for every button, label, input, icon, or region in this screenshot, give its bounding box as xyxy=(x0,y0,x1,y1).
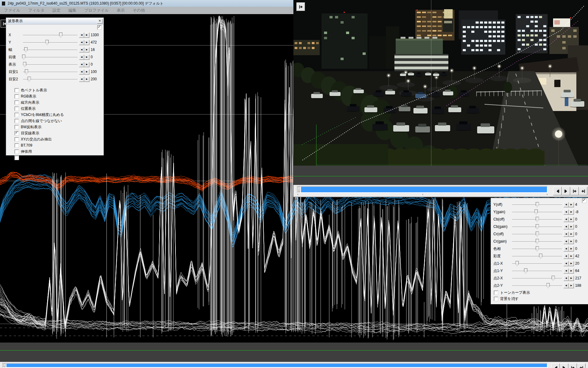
slider-thumb[interactable] xyxy=(59,33,62,38)
spin-up-button[interactable]: ▶ xyxy=(84,40,89,45)
slider-track[interactable] xyxy=(23,69,77,75)
menu-item-3[interactable]: 編集 xyxy=(64,8,80,13)
spin-up-button[interactable]: ▶ xyxy=(569,217,574,222)
spin-down-button[interactable]: ◀ xyxy=(79,62,84,67)
slider-track[interactable] xyxy=(512,217,562,222)
spin-up-button[interactable]: ▶ xyxy=(569,239,574,244)
step-forward-button[interactable] xyxy=(560,363,568,368)
spin-up-button[interactable]: ▶ xyxy=(569,246,574,251)
spin-down-button[interactable]: ◀ xyxy=(564,217,569,222)
dialog-titlebar[interactable]: 波形表示 ✕ xyxy=(6,18,104,25)
spin-up-button[interactable]: ▶ xyxy=(569,268,574,274)
checkbox[interactable]: ✓ xyxy=(15,144,19,148)
slider-thumb[interactable] xyxy=(28,77,31,82)
step-back-button[interactable] xyxy=(551,363,560,368)
menu-item-0[interactable]: ファイル xyxy=(0,8,24,13)
spin-up-button[interactable]: ▶ xyxy=(569,224,574,229)
slider-track[interactable] xyxy=(512,239,562,244)
slider-thumb[interactable] xyxy=(536,246,539,252)
menu-item-6[interactable]: その他 xyxy=(129,8,149,13)
slider-thumb[interactable] xyxy=(536,224,539,230)
spin-down-button[interactable]: ◀ xyxy=(564,224,569,229)
jump-end-button[interactable] xyxy=(579,187,587,195)
checkbox[interactable]: ✓ xyxy=(15,88,19,92)
checkbox[interactable]: ✓ xyxy=(15,94,19,98)
spin-up-button[interactable]: ▶ xyxy=(569,209,574,215)
slider-thumb[interactable] xyxy=(534,209,538,215)
spin-down-button[interactable]: ◀ xyxy=(564,232,569,237)
slider-track[interactable] xyxy=(512,246,562,252)
menu-item-1[interactable]: フィルタ xyxy=(24,8,48,13)
step-forward-button[interactable] xyxy=(562,187,570,195)
slider-track[interactable] xyxy=(23,47,77,53)
slider-track[interactable] xyxy=(512,231,562,237)
slider-thumb[interactable] xyxy=(539,254,542,259)
slider-thumb[interactable] xyxy=(515,261,519,266)
menu-item-2[interactable]: 設定 xyxy=(48,8,64,13)
spin-down-button[interactable]: ◀ xyxy=(564,261,569,266)
frame-position-trackbar[interactable] xyxy=(2,363,548,368)
spin-up-button[interactable]: ▶ xyxy=(569,283,574,288)
trackbar-thumb[interactable] xyxy=(3,364,6,367)
checkbox[interactable]: ✓ xyxy=(15,119,19,123)
spin-down-button[interactable]: ◀ xyxy=(564,209,569,215)
spin-down-button[interactable]: ◀ xyxy=(564,202,569,207)
spin-up-button[interactable]: ▶ xyxy=(569,232,574,237)
slider-track[interactable] xyxy=(512,261,562,266)
slider-track[interactable] xyxy=(23,76,77,82)
checkbox[interactable]: ✓ xyxy=(15,101,19,105)
spin-up-button[interactable]: ▶ xyxy=(569,254,574,259)
spin-up-button[interactable]: ▶ xyxy=(84,33,89,38)
spin-down-button[interactable]: ◀ xyxy=(564,254,569,259)
checkbox[interactable]: ✓ xyxy=(15,137,19,141)
spin-down-button[interactable]: ◀ xyxy=(79,47,84,52)
jump-start-button[interactable] xyxy=(568,363,577,368)
spin-up-button[interactable]: ▶ xyxy=(569,276,574,281)
slider-thumb[interactable] xyxy=(23,62,26,67)
slider-thumb[interactable] xyxy=(22,55,25,60)
spin-down-button[interactable]: ◀ xyxy=(564,246,569,251)
slider-track[interactable] xyxy=(23,40,77,45)
spin-down-button[interactable]: ◀ xyxy=(79,55,84,60)
slider-thumb[interactable] xyxy=(536,217,539,222)
spin-down-button[interactable]: ◀ xyxy=(79,69,84,75)
slider-thumb[interactable] xyxy=(536,232,539,237)
spin-down-button[interactable]: ◀ xyxy=(564,268,569,274)
video-position-trackbar[interactable] xyxy=(297,186,548,193)
slider-track[interactable] xyxy=(23,54,77,60)
spin-down-button[interactable]: ◀ xyxy=(79,33,84,38)
spin-down-button[interactable]: ◀ xyxy=(564,283,569,288)
spin-up-button[interactable]: ▶ xyxy=(84,47,89,52)
slider-track[interactable] xyxy=(512,202,562,208)
spin-up-button[interactable]: ▶ xyxy=(84,62,89,67)
trackbar-thumb[interactable] xyxy=(298,187,300,192)
slider-thumb[interactable] xyxy=(546,283,550,289)
close-icon[interactable]: ✕ xyxy=(97,19,103,24)
spin-up-button[interactable]: ▶ xyxy=(84,55,89,60)
slider-track[interactable] xyxy=(512,275,562,281)
jump-start-button[interactable] xyxy=(570,187,579,195)
slider-thumb[interactable] xyxy=(524,268,527,274)
jump-end-button[interactable] xyxy=(577,363,586,368)
checkbox[interactable]: ✓ xyxy=(15,113,19,117)
slider-thumb[interactable] xyxy=(536,239,539,244)
checkbox[interactable]: ✓ xyxy=(494,291,498,295)
checkbox[interactable]: ✓ xyxy=(15,131,19,135)
jump-start-button[interactable] xyxy=(296,2,305,11)
checkbox[interactable]: ✓ xyxy=(15,156,19,160)
menu-item-4[interactable]: プロファイル xyxy=(80,8,113,13)
slider-track[interactable] xyxy=(512,209,562,215)
spin-down-button[interactable]: ◀ xyxy=(79,40,84,45)
spin-up-button[interactable]: ▶ xyxy=(84,77,89,82)
spin-up-button[interactable]: ▶ xyxy=(569,261,574,266)
menu-item-5[interactable]: 表示 xyxy=(113,8,129,13)
slider-track[interactable] xyxy=(512,253,562,259)
spin-down-button[interactable]: ◀ xyxy=(564,276,569,281)
slider-thumb[interactable] xyxy=(25,69,28,75)
slider-track[interactable] xyxy=(23,32,77,38)
checkbox[interactable]: ✓ xyxy=(97,25,101,29)
checkbox[interactable]: ✓ xyxy=(15,150,19,154)
slider-track[interactable] xyxy=(512,268,562,274)
slider-thumb[interactable] xyxy=(45,40,49,45)
spin-down-button[interactable]: ◀ xyxy=(564,239,569,244)
